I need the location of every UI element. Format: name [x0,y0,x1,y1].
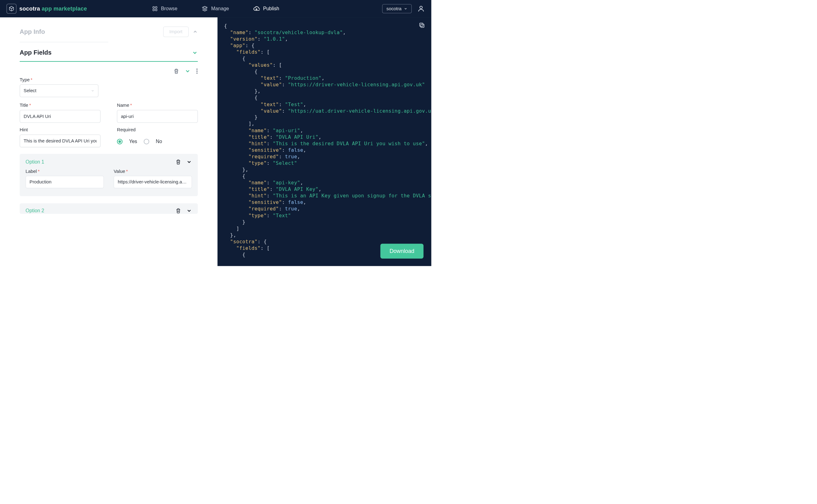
form-panel: App Info Import App Fields [0,17,218,266]
chevron-down-icon[interactable] [186,159,192,165]
cloud-upload-icon [253,5,260,12]
required-no-label: No [156,139,162,144]
chevron-down-icon [91,89,95,93]
brand-text: socotra app marketplace [19,6,87,12]
option1-value-label: Value* [114,169,192,174]
svg-point-5 [196,69,197,70]
type-select[interactable]: Select [20,84,98,97]
svg-rect-9 [420,23,423,26]
brand: socotra app marketplace [7,4,87,14]
copy-button[interactable] [418,22,425,29]
option1-label-input[interactable] [25,176,104,188]
svg-rect-2 [153,9,154,11]
tenant-selector[interactable]: socotra [382,4,412,13]
import-button[interactable]: Import [163,27,188,37]
divider-accent [20,61,197,62]
required-yes-label: Yes [129,139,137,144]
option1-value-field[interactable] [118,176,188,188]
hint-label: Hint [20,127,100,133]
divider [20,42,108,42]
name-label: Name* [117,103,197,108]
chevron-down-icon [404,7,408,11]
section-app-info: App Info Import [20,25,197,39]
hint-input[interactable] [20,134,100,147]
required-label: Required [117,127,197,133]
svg-rect-3 [155,9,157,11]
svg-rect-1 [155,7,157,8]
option1-label-field[interactable] [29,176,100,188]
json-preview-panel: { "name": "socotra/vehicle-lookup-dvla",… [218,17,431,266]
name-input[interactable] [117,110,197,123]
trash-icon[interactable] [175,159,181,165]
name-input-field[interactable] [121,110,194,122]
svg-point-7 [196,73,197,74]
brand-primary: socotra [19,6,40,12]
trash-icon[interactable] [175,208,181,214]
grid-icon [152,6,158,11]
option2-title: Option 2 [25,208,44,214]
nav-publish-label: Publish [263,6,279,11]
stack-icon [201,6,208,12]
option-card-1: Option 1 Label* [20,154,197,196]
brand-logo [7,4,16,14]
top-nav: Browse Manage Publish [150,2,282,15]
hint-input-field[interactable] [24,135,97,147]
type-label: Type* [20,77,98,83]
required-no-radio[interactable] [144,139,149,144]
nav-browse[interactable]: Browse [150,2,179,15]
option1-label-label: Label* [25,169,104,174]
section-app-fields: App Fields [20,47,197,58]
nav-manage[interactable]: Manage [199,2,232,15]
chevron-up-icon[interactable] [192,29,198,34]
chevron-down-icon[interactable] [192,50,198,56]
title-input[interactable] [20,110,100,123]
download-button[interactable]: Download [380,244,423,259]
more-vertical-icon[interactable] [196,68,197,74]
svg-point-6 [196,70,197,72]
tenant-label: socotra [386,6,401,11]
title-label: Title* [20,103,100,108]
chevron-down-icon[interactable] [185,68,191,74]
nav-browse-label: Browse [161,6,177,11]
app-header: socotra app marketplace Browse Manage [0,0,431,17]
chevron-down-icon[interactable] [186,208,192,214]
nav-publish[interactable]: Publish [251,2,282,15]
title-input-field[interactable] [24,110,97,122]
user-icon[interactable] [417,5,425,12]
json-code: { "name": "socotra/vehicle-lookup-dvla",… [224,23,425,258]
brand-secondary: app marketplace [42,6,87,12]
field-toolbar [20,66,197,77]
nav-manage-label: Manage [211,6,229,11]
app-fields-title: App Fields [20,49,52,56]
type-select-value: Select [24,88,36,93]
app-info-title: App Info [20,28,45,35]
option-card-2: Option 2 [20,203,197,214]
svg-rect-8 [421,24,424,28]
option1-value-input[interactable] [114,176,192,188]
svg-point-4 [420,6,422,9]
option1-title: Option 1 [25,159,44,165]
trash-icon[interactable] [174,68,179,74]
required-yes-radio[interactable] [117,139,122,144]
svg-rect-0 [153,7,154,8]
